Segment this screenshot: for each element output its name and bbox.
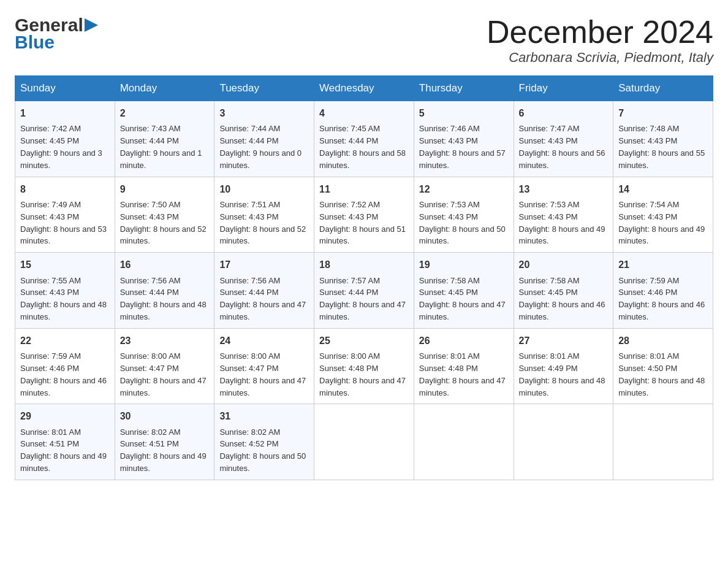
day-info: Sunrise: 7:58 AMSunset: 4:45 PMDaylight:… [519, 276, 605, 322]
table-row: 16 Sunrise: 7:56 AMSunset: 4:44 PMDaylig… [115, 253, 214, 329]
day-number: 15 [20, 258, 110, 272]
title-area: December 2024 Carbonara Scrivia, Piedmon… [487, 15, 713, 66]
day-info: Sunrise: 8:01 AMSunset: 4:49 PMDaylight:… [519, 351, 605, 397]
day-number: 1 [20, 106, 110, 120]
day-number: 18 [319, 258, 409, 272]
day-number: 20 [519, 258, 609, 272]
day-info: Sunrise: 7:50 AMSunset: 4:43 PMDaylight:… [120, 200, 207, 246]
table-row: 4 Sunrise: 7:45 AMSunset: 4:44 PMDayligh… [314, 101, 414, 177]
table-row: 24 Sunrise: 8:00 AMSunset: 4:47 PMDaylig… [214, 328, 314, 404]
col-friday: Friday [514, 76, 613, 101]
table-row: 2 Sunrise: 7:43 AMSunset: 4:44 PMDayligh… [115, 101, 214, 177]
table-row: 1 Sunrise: 7:42 AMSunset: 4:45 PMDayligh… [15, 101, 115, 177]
calendar-week-row: 15 Sunrise: 7:55 AMSunset: 4:43 PMDaylig… [15, 253, 713, 329]
day-number: 31 [219, 409, 309, 423]
col-monday: Monday [115, 76, 214, 101]
day-info: Sunrise: 7:49 AMSunset: 4:43 PMDaylight:… [20, 200, 107, 246]
day-info: Sunrise: 8:02 AMSunset: 4:52 PMDaylight:… [219, 427, 306, 473]
table-row: 17 Sunrise: 7:56 AMSunset: 4:44 PMDaylig… [214, 253, 314, 329]
table-row: 5 Sunrise: 7:46 AMSunset: 4:43 PMDayligh… [414, 101, 514, 177]
day-info: Sunrise: 7:45 AMSunset: 4:44 PMDaylight:… [319, 124, 406, 170]
day-info: Sunrise: 7:53 AMSunset: 4:43 PMDaylight:… [519, 200, 605, 246]
day-number: 23 [120, 334, 210, 348]
day-info: Sunrise: 7:46 AMSunset: 4:43 PMDaylight:… [419, 124, 506, 170]
table-row [613, 404, 713, 480]
table-row: 13 Sunrise: 7:53 AMSunset: 4:43 PMDaylig… [514, 177, 613, 253]
day-number: 8 [20, 182, 110, 196]
day-number: 21 [618, 258, 708, 272]
table-row [514, 404, 613, 480]
day-number: 26 [419, 334, 509, 348]
month-title: December 2024 [487, 15, 713, 50]
table-row: 30 Sunrise: 8:02 AMSunset: 4:51 PMDaylig… [115, 404, 214, 480]
table-row: 26 Sunrise: 8:01 AMSunset: 4:48 PMDaylig… [414, 328, 514, 404]
calendar-header-row: Sunday Monday Tuesday Wednesday Thursday… [15, 76, 713, 101]
day-info: Sunrise: 7:42 AMSunset: 4:45 PMDaylight:… [20, 124, 102, 170]
day-info: Sunrise: 7:58 AMSunset: 4:45 PMDaylight:… [419, 276, 506, 322]
day-info: Sunrise: 7:47 AMSunset: 4:43 PMDaylight:… [519, 124, 605, 170]
day-info: Sunrise: 7:44 AMSunset: 4:44 PMDaylight:… [219, 124, 301, 170]
table-row: 18 Sunrise: 7:57 AMSunset: 4:44 PMDaylig… [314, 253, 414, 329]
logo: General Blue [15, 15, 98, 53]
day-info: Sunrise: 8:00 AMSunset: 4:47 PMDaylight:… [219, 351, 306, 397]
day-info: Sunrise: 8:01 AMSunset: 4:50 PMDaylight:… [618, 351, 705, 397]
table-row: 31 Sunrise: 8:02 AMSunset: 4:52 PMDaylig… [214, 404, 314, 480]
col-tuesday: Tuesday [214, 76, 314, 101]
col-sunday: Sunday [15, 76, 115, 101]
table-row: 15 Sunrise: 7:55 AMSunset: 4:43 PMDaylig… [15, 253, 115, 329]
page-header: General Blue December 2024 Carbonara Scr… [15, 15, 713, 66]
day-info: Sunrise: 7:59 AMSunset: 4:46 PMDaylight:… [20, 351, 107, 397]
table-row: 19 Sunrise: 7:58 AMSunset: 4:45 PMDaylig… [414, 253, 514, 329]
day-number: 14 [618, 182, 708, 196]
day-number: 6 [519, 106, 609, 120]
day-info: Sunrise: 7:52 AMSunset: 4:43 PMDaylight:… [319, 200, 406, 246]
calendar-week-row: 1 Sunrise: 7:42 AMSunset: 4:45 PMDayligh… [15, 101, 713, 177]
table-row: 14 Sunrise: 7:54 AMSunset: 4:43 PMDaylig… [613, 177, 713, 253]
day-info: Sunrise: 7:43 AMSunset: 4:44 PMDaylight:… [120, 124, 202, 170]
day-info: Sunrise: 8:00 AMSunset: 4:47 PMDaylight:… [120, 351, 207, 397]
day-number: 7 [618, 106, 708, 120]
calendar-week-row: 29 Sunrise: 8:01 AMSunset: 4:51 PMDaylig… [15, 404, 713, 480]
logo-arrow-icon [85, 18, 98, 32]
day-number: 30 [120, 409, 210, 423]
day-info: Sunrise: 8:00 AMSunset: 4:48 PMDaylight:… [319, 351, 406, 397]
day-number: 5 [419, 106, 509, 120]
col-wednesday: Wednesday [314, 76, 414, 101]
day-info: Sunrise: 7:51 AMSunset: 4:43 PMDaylight:… [219, 200, 306, 246]
day-number: 2 [120, 106, 210, 120]
logo-blue-text: Blue [15, 32, 98, 53]
table-row: 21 Sunrise: 7:59 AMSunset: 4:46 PMDaylig… [613, 253, 713, 329]
table-row: 23 Sunrise: 8:00 AMSunset: 4:47 PMDaylig… [115, 328, 214, 404]
day-number: 9 [120, 182, 210, 196]
table-row: 11 Sunrise: 7:52 AMSunset: 4:43 PMDaylig… [314, 177, 414, 253]
day-number: 11 [319, 182, 409, 196]
table-row: 22 Sunrise: 7:59 AMSunset: 4:46 PMDaylig… [15, 328, 115, 404]
day-number: 29 [20, 409, 110, 423]
table-row: 29 Sunrise: 8:01 AMSunset: 4:51 PMDaylig… [15, 404, 115, 480]
day-info: Sunrise: 8:01 AMSunset: 4:48 PMDaylight:… [419, 351, 506, 397]
day-number: 10 [219, 182, 309, 196]
table-row: 27 Sunrise: 8:01 AMSunset: 4:49 PMDaylig… [514, 328, 613, 404]
table-row: 3 Sunrise: 7:44 AMSunset: 4:44 PMDayligh… [214, 101, 314, 177]
day-info: Sunrise: 8:02 AMSunset: 4:51 PMDaylight:… [120, 427, 207, 473]
day-number: 28 [618, 334, 708, 348]
col-saturday: Saturday [613, 76, 713, 101]
table-row: 10 Sunrise: 7:51 AMSunset: 4:43 PMDaylig… [214, 177, 314, 253]
day-number: 13 [519, 182, 609, 196]
day-info: Sunrise: 7:55 AMSunset: 4:43 PMDaylight:… [20, 276, 107, 322]
day-number: 16 [120, 258, 210, 272]
day-number: 27 [519, 334, 609, 348]
table-row: 25 Sunrise: 8:00 AMSunset: 4:48 PMDaylig… [314, 328, 414, 404]
day-number: 3 [219, 106, 309, 120]
calendar-table: Sunday Monday Tuesday Wednesday Thursday… [15, 75, 713, 480]
day-info: Sunrise: 7:54 AMSunset: 4:43 PMDaylight:… [618, 200, 705, 246]
table-row: 20 Sunrise: 7:58 AMSunset: 4:45 PMDaylig… [514, 253, 613, 329]
col-thursday: Thursday [414, 76, 514, 101]
day-number: 17 [219, 258, 309, 272]
table-row: 6 Sunrise: 7:47 AMSunset: 4:43 PMDayligh… [514, 101, 613, 177]
day-number: 19 [419, 258, 509, 272]
day-number: 22 [20, 334, 110, 348]
day-info: Sunrise: 7:57 AMSunset: 4:44 PMDaylight:… [319, 276, 406, 322]
calendar-week-row: 22 Sunrise: 7:59 AMSunset: 4:46 PMDaylig… [15, 328, 713, 404]
day-info: Sunrise: 8:01 AMSunset: 4:51 PMDaylight:… [20, 427, 107, 473]
